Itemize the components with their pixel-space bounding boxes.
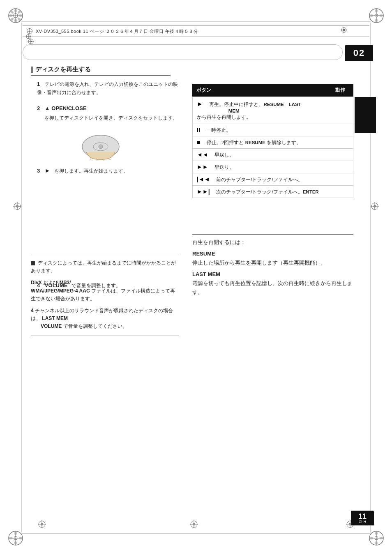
button-row-prev: |◄◄ 前のチャプター/トラック/ファイルへ。 <box>192 173 353 186</box>
step-3-num: 3 <box>37 168 40 174</box>
border-bottom <box>21 533 371 534</box>
reg-mark-right <box>370 201 380 212</box>
step-3-label: ► <box>45 167 51 174</box>
svg-point-10 <box>9 17 14 21</box>
lastmem-desc: 電源を切っても再生位置を記憶し、次の再生時に続きから再生します。 <box>192 280 353 295</box>
bottom-note-divider <box>31 336 179 336</box>
svg-point-18 <box>369 14 374 17</box>
svg-point-32 <box>375 531 378 535</box>
svg-point-35 <box>379 537 383 539</box>
header-text: XV-DV353_555.book 11 ページ ２０２６年４月７日 金曜日 午… <box>36 28 198 35</box>
page-number: 11 <box>358 513 367 520</box>
step-4-text: で音量を調整します。 <box>71 283 121 288</box>
svg-point-25 <box>14 541 17 545</box>
reg-mark-bottom-l <box>37 519 47 530</box>
sidebar-black-block <box>355 97 376 133</box>
corner-bl <box>7 530 24 548</box>
svg-point-26 <box>9 537 13 539</box>
reg-mark-bottom-c <box>189 519 199 530</box>
corner-tl <box>7 7 24 25</box>
border-top <box>21 21 371 22</box>
prev-description: 前のチャプター/トラック/ファイルへ。 <box>216 177 302 182</box>
pause-symbol: II <box>197 127 200 133</box>
step-4-area: 4 VOLUME で音量を調整します。 <box>37 281 181 296</box>
lastmem-label: LAST MEM <box>192 271 220 277</box>
svg-point-5 <box>14 18 17 23</box>
step-4-num: 4 <box>37 282 40 288</box>
note3: 4 チャンネル以上のサラウンド音声が収録されたディスクの場合は、 LAST ME… <box>31 307 179 331</box>
step-2-text: を押してディスクトレイを開き、ディスクをセットします。 <box>44 114 181 122</box>
chapter-badge: 02 <box>345 45 373 61</box>
page-number-badge: 11 ChH <box>351 511 374 525</box>
sub-heading: ディスクを再生する <box>31 66 171 76</box>
chapter-number: 02 <box>353 48 365 58</box>
svg-point-24 <box>14 531 17 535</box>
border-left <box>21 23 22 532</box>
ff-description: 早送り。 <box>214 165 234 170</box>
pause-description: 一時停止。 <box>206 128 231 133</box>
step-2-label: ▲ OPEN/CLOSE <box>45 105 87 111</box>
rew-symbol: ◄◄ <box>197 151 208 158</box>
disk-svg <box>78 128 123 161</box>
note-bullet-marker: ディスクによっては、再生が始まるまでに時間がかかることがあります。 <box>31 259 179 275</box>
step-3-text: を押します。再生が始まります。 <box>54 168 128 174</box>
step-2: 2 ▲ OPEN/CLOSE を押してディスクトレイを開き、ディスクをセットしま… <box>37 104 181 122</box>
action-col-header: 動作 <box>335 87 345 94</box>
stop-symbol: ■ <box>197 139 200 145</box>
svg-point-8 <box>9 9 14 14</box>
play-description: 再生。停止中に押すと、RESUME LAST MEM から再生を再開します。 <box>197 102 301 120</box>
step-3: 3 ► を押します。再生が始まります。 <box>37 166 181 175</box>
prev-symbol: |◄◄ <box>197 176 210 182</box>
svg-point-69 <box>99 145 103 149</box>
note3-text3: で音量を調整してください。 <box>63 323 127 329</box>
svg-point-7 <box>18 14 23 17</box>
play-symbol: ► <box>197 100 203 107</box>
next-description: 次のチャプター/トラック/ファイルへ。ENTER <box>216 189 318 194</box>
note3-volume: VOLUME <box>31 323 62 329</box>
note3-lastmem: LAST MEM <box>42 315 68 321</box>
sub-heading-bar <box>31 67 33 73</box>
stop-description: 停止。2回押すと RESUME を解除します。 <box>207 140 301 145</box>
resume-section-divider <box>192 234 353 235</box>
rew-description: 早戻し。 <box>214 152 234 157</box>
resume-label: RESUME <box>192 251 215 257</box>
resume-intro: 再生を再開するには： <box>192 238 353 247</box>
svg-point-4 <box>14 9 17 13</box>
right-column: ボタン 動作 ► 再生。停止中に押すと、RESUME LAST MEM から再生… <box>192 84 353 198</box>
header-crosshair-icon <box>27 28 32 34</box>
page-number-sub: ChH <box>359 520 366 524</box>
svg-point-9 <box>17 9 21 14</box>
button-row-play: ► 再生。停止中に押すと、RESUME LAST MEM から再生を再開します。 <box>192 97 353 124</box>
step-1-text: テレビの電源を入れ、テレビの入力切換をこのユニットの映像・音声出力に合わせます。 <box>37 81 178 95</box>
svg-point-16 <box>375 9 378 13</box>
step-1-num: 1 <box>37 81 40 87</box>
resume-section: 再生を再開するには： RESUME 停止した場所から再生を再開します（再生再開機… <box>192 234 353 297</box>
button-row-ff: ►► 早送り。 <box>192 161 353 173</box>
header-bar: XV-DV353_555.book 11 ページ ２０２６年４月７日 金曜日 午… <box>23 25 369 37</box>
note3-num: 4 <box>31 308 34 313</box>
sub-heading-text: ディスクを再生する <box>35 66 91 74</box>
disk-image-area <box>78 128 181 162</box>
svg-point-17 <box>375 18 378 23</box>
corner-br <box>368 530 385 548</box>
svg-point-6 <box>9 14 13 17</box>
lastmem-text: LAST MEM 電源を切っても再生位置を記憶し、次の再生時に続きから再生します… <box>192 270 353 297</box>
ff-symbol: ►► <box>197 164 208 170</box>
button-col-header: ボタン <box>196 87 211 94</box>
step-4-label: VOLUME <box>45 282 68 288</box>
svg-point-27 <box>18 537 23 539</box>
resume-text: RESUME 停止した場所から再生を再開します（再生再開機能）。 <box>192 249 353 267</box>
note3-text2 <box>69 315 74 321</box>
step-4: 4 VOLUME で音量を調整します。 <box>37 281 181 290</box>
note-bullet-icon <box>31 261 35 265</box>
next-symbol: ►►| <box>197 188 210 195</box>
corner-tr <box>368 7 385 25</box>
svg-point-34 <box>369 537 374 539</box>
reg-mark-side-l <box>25 34 31 41</box>
svg-point-33 <box>375 541 378 545</box>
svg-point-19 <box>379 14 383 17</box>
main-heading-box <box>23 44 343 60</box>
button-row-pause: II 一時停止。 <box>192 124 353 136</box>
button-row-next: ►►| 次のチャプター/トラック/ファイルへ。ENTER <box>192 186 353 198</box>
svg-point-11 <box>17 17 21 21</box>
